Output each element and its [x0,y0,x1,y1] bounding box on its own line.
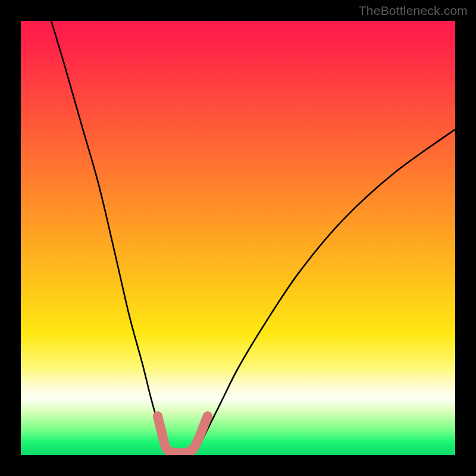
marker-dot [154,412,161,419]
curve-layer [21,21,455,455]
marker-dot [204,412,211,419]
marker-dot [157,429,167,439]
left-branch-curve [51,21,171,453]
marker-dot [193,435,203,444]
right-branch-curve [195,130,455,453]
marker-dot [199,422,208,432]
chart-frame: TheBottleneck.com [0,0,476,476]
curve-group [51,21,455,453]
bottom-marker-dots [154,412,211,455]
watermark-text: TheBottleneck.com [359,4,468,18]
marker-dot [187,445,197,455]
plot-area [21,21,455,455]
